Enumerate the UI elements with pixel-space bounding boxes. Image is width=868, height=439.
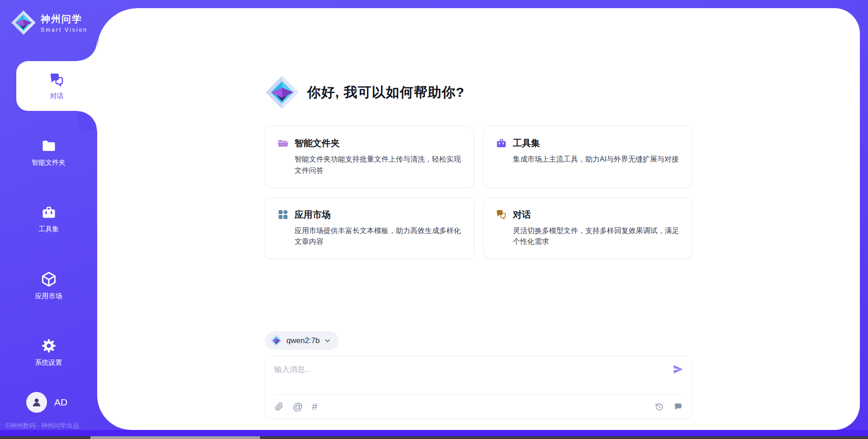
chevron-down-icon (324, 337, 331, 344)
card-description: 应用市场提供丰富长文本模板，助力高效生成多样化文章内容 (295, 225, 462, 248)
attach-button[interactable] (274, 402, 284, 411)
mention-button[interactable]: @ (293, 402, 303, 412)
briefcase-icon (41, 205, 57, 221)
card-app-market[interactable]: 应用市场 应用市场提供丰富长文本模板，助力高效生成多样化文章内容 (265, 197, 474, 259)
sidebar-item-toolset[interactable]: 工具集 (0, 194, 97, 244)
card-description: 智能文件夹功能支持批量文件上传与清洗，轻松实现文件问答 (295, 154, 462, 177)
bottom-scrollbar-track (0, 436, 868, 439)
card-title: 应用市场 (295, 209, 331, 221)
message-input[interactable] (265, 356, 692, 394)
avatar[interactable] (26, 392, 47, 413)
card-title: 对话 (513, 209, 531, 221)
sidebar-item-label: 应用市场 (35, 292, 62, 301)
folder-icon (41, 138, 57, 154)
sidebar-item-chat[interactable]: 对话 (16, 61, 97, 111)
main-panel: 你好, 我可以如何帮助你? 智能文件夹 智能文件夹功能支持批量文件上传与清洗，轻… (97, 8, 860, 430)
model-diamond-icon (270, 334, 283, 347)
history-icon (654, 402, 664, 412)
sidebar-item-label: 系统设置 (35, 358, 62, 367)
sidebar-item-settings[interactable]: 系统设置 (0, 327, 97, 377)
send-button[interactable] (672, 363, 684, 375)
card-description: 灵活切换多模型文件，支持多样回复效果调试，满足个性化需求 (513, 225, 680, 248)
brand-text: 神州问学 Smart Vision (41, 13, 88, 33)
card-smart-folder[interactable]: 智能文件夹 智能文件夹功能支持批量文件上传与清洗，轻松实现文件问答 (265, 126, 474, 188)
sidebar-item-label: 智能文件夹 (32, 158, 66, 167)
app-grid-icon (277, 209, 289, 220)
chat-bubbles-icon (49, 72, 65, 88)
copyright-text: ©神州数码 · 神州问学出品 (5, 422, 79, 430)
user-row[interactable]: AD (26, 392, 67, 413)
user-name: AD (54, 397, 67, 408)
chat-bubble-icon (673, 402, 683, 412)
history-button[interactable] (654, 402, 664, 412)
sidebar-item-label: 对话 (50, 92, 64, 100)
feature-cards: 智能文件夹 智能文件夹功能支持批量文件上传与清洗，轻松实现文件问答 工具集 集成… (265, 126, 693, 259)
cube-icon (40, 271, 57, 288)
brand-name: 神州问学 (41, 13, 88, 25)
send-icon (672, 363, 684, 375)
quick-chat-button[interactable] (673, 402, 683, 412)
sidebar-item-label: 工具集 (38, 225, 59, 234)
gear-icon (40, 337, 57, 354)
sidebar-item-app-market[interactable]: 应用市场 (0, 261, 97, 310)
brand-diamond-icon (11, 10, 36, 35)
card-toolset[interactable]: 工具集 集成市场上主流工具，助力AI与外界无缝扩展与对接 (483, 126, 693, 188)
brand-subtitle: Smart Vision (41, 27, 88, 33)
card-title: 智能文件夹 (295, 137, 340, 149)
bottom-accent-band (0, 430, 868, 436)
person-icon (31, 396, 42, 408)
sidebar: 神州问学 Smart Vision 对话 智能文件夹 工具集 (0, 0, 97, 439)
open-folder-icon (277, 138, 289, 149)
card-chat[interactable]: 对话 灵活切换多模型文件，支持多样回复效果调试，满足个性化需求 (483, 197, 693, 259)
card-title: 工具集 (513, 137, 540, 149)
greeting-diamond-icon (265, 75, 299, 110)
hashtag-button[interactable]: # (312, 402, 317, 412)
composer-toolbar: @ # (274, 394, 683, 419)
model-selector[interactable]: qwen2:7b (265, 331, 339, 350)
greeting: 你好, 我可以如何帮助你? (265, 75, 693, 110)
composer: @ # (265, 356, 693, 419)
sidebar-nav: 对话 智能文件夹 工具集 应用市场 (0, 61, 97, 394)
briefcase-icon (495, 138, 507, 149)
sidebar-item-smart-folder[interactable]: 智能文件夹 (0, 128, 97, 177)
model-name: qwen2:7b (287, 336, 320, 345)
paperclip-icon (274, 402, 284, 411)
greeting-text: 你好, 我可以如何帮助你? (307, 83, 465, 102)
chat-bubbles-icon (495, 209, 507, 220)
card-description: 集成市场上主流工具，助力AI与外界无缝扩展与对接 (513, 154, 680, 165)
brand: 神州问学 Smart Vision (0, 0, 97, 35)
bottom-scrollbar-thumb[interactable] (90, 436, 260, 439)
